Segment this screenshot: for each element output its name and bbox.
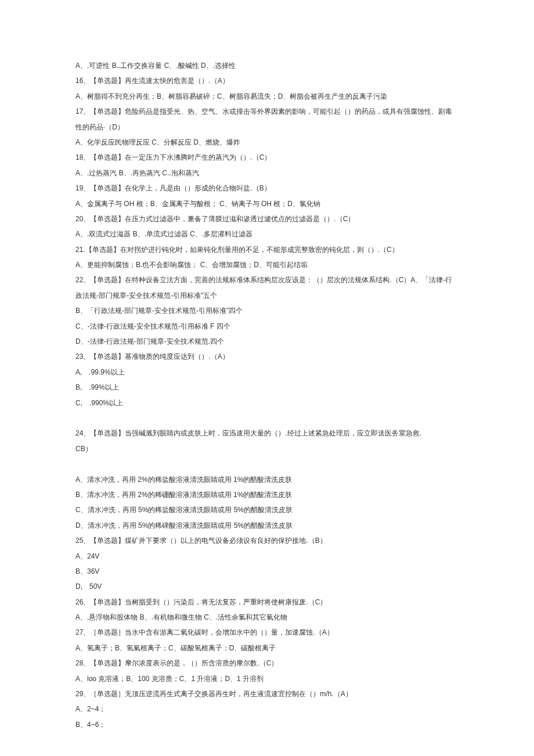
- document-body: A、.可逆性 B..工作交换容量 C、.酸碱性 D、.选择性 16、【单选题】再…: [75, 58, 459, 732]
- text-line: 25、【单选题】煤矿井下要求（）以上的电气设备必须设有良好的保护接地.（B）: [75, 533, 459, 548]
- text-line: A、.过热蒸汽 B、.再热蒸汽 C..泡和蒸汽: [75, 165, 459, 181]
- text-line: B, .99%以上: [75, 380, 459, 395]
- text-line: A、氢离子；B、氢氧根离子；C、碳酸氢根离子；D、碳酸根离子: [75, 640, 459, 656]
- text-line: C, .990%以上: [75, 395, 459, 411]
- text-line: 28、【单选题】摩尔浓度表示的是，（）所含溶质的摩尔数.（C）: [75, 656, 459, 671]
- text-line: 18、【单选题】在一定压力下水沸腾时产生的蒸汽为（）.（C）: [75, 150, 459, 165]
- text-line: A、树脂得不到充分再生；B、树脂容易破碎；C、树脂容易流失；D、树脂会被再生产生…: [75, 89, 459, 104]
- text-line: D、-法律-行政法规-部门规章-安全技术规范.四个: [75, 334, 459, 349]
- text-line: CB）: [75, 441, 459, 456]
- text-line: A、更能抑制腐蚀；B.也不会影响腐蚀； C、会增加腐蚀；D、可能引起结垢: [75, 257, 459, 272]
- text-line: 26、【单选题】当树脂受到（）污染后，将无法复苏，严重时将使树康报废.（C）: [75, 595, 459, 610]
- text-line: B、清水冲洗，再用 2%的稀硼酸溶液清洗眼睛或用 1%的醋酸清洗皮肤: [75, 487, 459, 502]
- text-line: 23、【单选题】基准物质的纯度应达到（）.（A）: [75, 349, 459, 364]
- text-line: B、36V: [75, 564, 459, 579]
- text-line: 29、［单选题］无顶压逆流再生式离子交换器再生时，再生液流速宜控制在（）m/h.…: [75, 686, 459, 701]
- text-line: 17、【单选题】危险药品是指受光、热、空气、水或撞击等外界因素的影响，可能引起（…: [75, 104, 459, 135]
- text-line: B、4~6；: [75, 717, 459, 732]
- text-line: A、loo 克溶液；B、100 克溶质；C、1 升溶液；D、1 升溶剂: [75, 671, 459, 686]
- text-line: 19、【单选题】在化学上，凡是由（）形成的化合物叫盐.（B）: [75, 181, 459, 196]
- text-line: 20、【单选题】在压力式过滤器中，兼备了薄膜过滋和渗透过濾优点的过滤器是（）.（…: [75, 211, 459, 226]
- text-line: 16、【单选题】再生流速太快的危害是（）.（A）: [75, 73, 459, 88]
- text-line: B、「行政法规-部门规章-安全技术规范-引用标准"四个: [75, 303, 459, 318]
- text-line: D, 50V: [75, 579, 459, 594]
- text-line: A、.可逆性 B..工作交换容量 C、.酸碱性 D、.选择性: [75, 58, 459, 73]
- text-line: A、24V: [75, 549, 459, 564]
- text-line: A、化学反应民物理反应 C、分解反应 D、燃烧、爆炸: [75, 135, 459, 150]
- text-line: 27、［单选题］当水中含有游离二氧化碳时，会增加水中的（）量，加速腐蚀.（A）: [75, 625, 459, 640]
- text-line: 21.【单选题】在对拐炉进行钝化时，如果钝化剂量用的不足，不能形成完整致密的钝化…: [75, 242, 459, 257]
- text-line: A、清水冲洗，再用 2%的稀盐酸溶液清洗眼睛或用 1%的醋酸清洗皮肤: [75, 472, 459, 487]
- text-line: C、清水冲洗，再用 5%的稀盐酸溶液清洗眼睛或用 5%的醋酸清洗皮肤: [75, 502, 459, 517]
- text-line: D、清水冲洗，再用 5%的稀碑酸溶液清洗眼睛或用 5%的醋酸清洗皮肤: [75, 518, 459, 533]
- text-line: A、.双流式过滋器 B、.单流式过滤器 C、.多层灌料过滤器: [75, 226, 459, 242]
- text-line: 24、【单选题】当强碱溅到眼睛内或皮肤上时，应迅速用大量的（）.经过上述紧急处理…: [75, 426, 459, 441]
- text-line: [75, 456, 459, 471]
- text-line: 22、【单选题】在特种设备立法方面，完善的法规标准体系结构层次应该是：（）层次的…: [75, 272, 459, 303]
- text-line: A、金属离子与 OH 根；B、金属离子与酸根； C、钠离子与 OH 根；D、氯化…: [75, 196, 459, 211]
- text-line: [75, 411, 459, 426]
- text-line: C、-法律-行政法规-安全技术规范-引用标准 F 四个: [75, 319, 459, 334]
- text-line: A、.悬浮物和股体物 B、.有机物和微生物 C、.活性余氯和其它氧化物: [75, 610, 459, 625]
- text-line: A、2~4；: [75, 701, 459, 717]
- text-line: A, .99.9%以上: [75, 365, 459, 380]
